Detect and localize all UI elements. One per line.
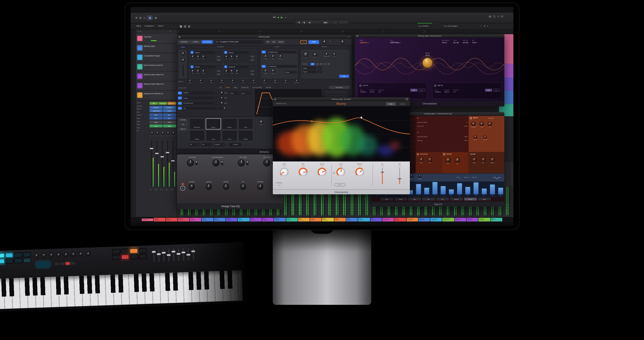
sequencer-step[interactable]: 13 <box>472 182 479 196</box>
delay-knob[interactable] <box>488 122 492 126</box>
mod-num-stepper[interactable]: 2 <box>216 102 219 105</box>
distortion-knob[interactable] <box>419 157 423 162</box>
step-bar[interactable] <box>457 183 462 194</box>
send-chip[interactable]: Bus 3 <box>163 117 176 120</box>
delay-power-icon[interactable] <box>470 117 472 119</box>
pan-knob[interactable] <box>161 132 164 134</box>
mod-source-selector[interactable]: Off <box>183 107 218 110</box>
list-editors-icon[interactable]: ▤ <box>489 15 491 18</box>
kb-fader[interactable] <box>163 249 164 261</box>
bottom-track-tile[interactable]: Ride Trap Door <box>298 218 310 222</box>
voices-all-button[interactable]: All <box>310 63 314 65</box>
step-bar[interactable] <box>440 186 446 194</box>
chromaverb-titlebar[interactable]: Blinking Lights: Set Adrift <box>273 97 410 101</box>
mod-source-selector[interactable]: AHDSR 1 <box>183 92 215 94</box>
solo-button[interactable]: S <box>158 135 160 137</box>
perform-tab[interactable]: EFFECTS <box>178 127 188 131</box>
bottom-track-tile[interactable]: FX Sweep Trap Door <box>406 218 418 222</box>
glow-param[interactable]: Bypass Below 120 Hz <box>442 39 449 43</box>
sequencer-step[interactable]: 16 <box>497 188 504 196</box>
delay-time-knob[interactable] <box>474 136 477 139</box>
instrument-chip[interactable]: Q-Sampler <box>158 102 167 105</box>
control-knob[interactable] <box>34 254 39 258</box>
lowcut-post-button[interactable]: Post <box>418 89 425 92</box>
morph-control[interactable]: Vol <box>188 79 192 83</box>
apple-loops-icon[interactable]: ⊟ <box>501 15 503 18</box>
voices-mode-selector[interactable]: Newest <box>302 70 317 73</box>
squeeze-knob[interactable] <box>422 58 433 68</box>
mute-button[interactable]: M <box>144 86 146 89</box>
distortion-knob[interactable] <box>428 157 432 162</box>
snapshot-tile[interactable]: Alternate <box>222 118 237 130</box>
kb-fader-cap[interactable] <box>157 253 161 255</box>
param-knob[interactable] <box>280 168 289 176</box>
mute-button[interactable]: M <box>166 135 168 137</box>
cut-param[interactable]: Slope24 dB/Oct <box>435 90 441 93</box>
filter2-route-button[interactable]: F2 <box>216 59 222 61</box>
control-knob[interactable] <box>49 253 54 258</box>
source-selector[interactable]: Additive <box>228 51 249 54</box>
mute-button[interactable]: M <box>155 135 157 137</box>
morph-control[interactable]: Tune <box>199 79 202 83</box>
morph-control[interactable]: FX Man <box>295 79 299 83</box>
mix-slider[interactable] <box>399 168 400 184</box>
pan-knob[interactable] <box>172 132 175 134</box>
bottom-track-tile[interactable]: Snare 1 Trap Door <box>166 218 177 222</box>
fx-mode-button[interactable]: Pan <box>422 198 435 200</box>
snapshot-tile[interactable]: Gated <box>206 130 221 141</box>
fx-mode-button[interactable]: Distor <box>478 198 491 200</box>
kb-fader[interactable] <box>178 248 179 261</box>
eq-knob[interactable] <box>238 160 245 166</box>
filter2-route-button[interactable]: F2 <box>216 73 222 76</box>
mod-tab[interactable]: LFO <box>218 86 223 89</box>
pan-knob[interactable] <box>166 132 170 134</box>
source-letter-badge[interactable]: D <box>224 65 227 68</box>
control-knob[interactable] <box>64 252 68 257</box>
bottom-track-tile[interactable]: Analog Drum M 10 <box>478 218 490 222</box>
tune-knob[interactable] <box>332 52 336 56</box>
mixer-icon[interactable]: ◫ <box>143 16 145 19</box>
highcut-power-icon[interactable] <box>434 84 436 86</box>
lowcut-power-icon[interactable] <box>359 84 361 86</box>
delay-knob[interactable] <box>480 122 484 126</box>
drum-pad[interactable] <box>138 248 147 253</box>
filter1-route-button[interactable]: F1 <box>216 70 222 72</box>
source-pan-knob[interactable] <box>202 55 205 58</box>
output-knob[interactable] <box>340 40 344 44</box>
step-bar[interactable] <box>474 182 478 194</box>
mod-tab[interactable]: MSEG <box>232 86 238 89</box>
style-selector[interactable]: Soft Press ▴▾ <box>390 42 400 44</box>
mod-depth-knob[interactable] <box>220 96 224 100</box>
kb-button[interactable] <box>55 262 59 265</box>
drum-pad[interactable] <box>14 258 22 263</box>
bottom-track-tile[interactable]: Kick 2 Trap Door <box>154 218 165 222</box>
snap-menu[interactable]: Snap: Smart ▾ <box>418 25 429 27</box>
track-header[interactable]: ♪ Analog Drum Machine 10 M S <box>136 91 177 100</box>
filter-knob[interactable] <box>278 54 282 58</box>
drum-pad[interactable] <box>139 254 147 259</box>
eq-knob[interactable] <box>257 184 264 190</box>
sequencer-step[interactable]: 8 <box>431 182 438 196</box>
audio-fx-chip[interactable]: Channel EQ <box>150 110 163 112</box>
snapshot-tile[interactable]: Filtered <box>206 118 221 130</box>
zoom-h-icon[interactable]: ≡ <box>480 26 482 27</box>
bottom-track-tile[interactable]: Hat 1 Trap Door <box>202 218 214 222</box>
pan-knob[interactable] <box>150 132 154 134</box>
eq-knob[interactable] <box>188 184 195 190</box>
preset-selector[interactable]: ◀▶Arpeggiated | Blinking Lights <box>215 40 264 44</box>
eq-toggle-switch[interactable] <box>246 160 248 165</box>
bottom-track-tile[interactable]: Bell Trap Door <box>370 218 382 222</box>
track-header[interactable]: ♪ Remix Reverse Vocal FX M S <box>136 62 177 72</box>
compare-icon[interactable] <box>406 98 408 100</box>
cut-param[interactable]: Frequency20.0 Hz <box>370 90 375 93</box>
solo-button[interactable]: S <box>147 86 150 89</box>
source-selector[interactable]: Metallic 08 <box>228 65 249 68</box>
delay-knob[interactable] <box>471 122 476 126</box>
model-selector[interactable]: Squeeze ▴▾ <box>360 42 369 44</box>
morph-control[interactable]: Cutoff <box>274 79 276 83</box>
bottom-track-tile[interactable]: Vox Chop Trap Door <box>382 218 394 222</box>
solo-button[interactable]: S <box>163 135 165 137</box>
fader-cap[interactable] <box>155 153 158 154</box>
chromaglow-titlebar[interactable]: Blinking Lights: Warming Glow <box>355 34 504 38</box>
morph-control[interactable]: Pan <box>210 79 213 83</box>
